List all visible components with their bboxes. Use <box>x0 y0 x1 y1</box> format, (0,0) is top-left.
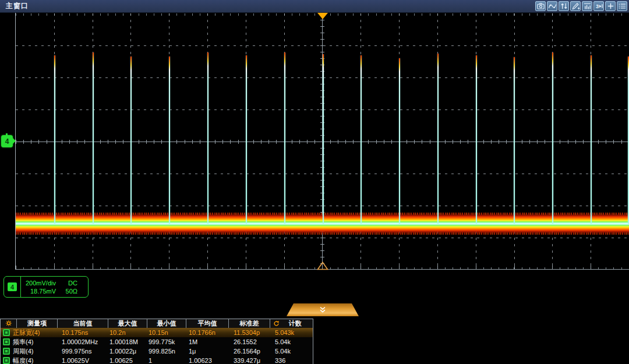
histogram-icon <box>583 2 592 10</box>
header-min: 最小值 <box>147 319 186 328</box>
measure-value-avg: 1M <box>186 337 229 347</box>
header-max: 最大值 <box>108 319 147 328</box>
measure-value-max: 1.00018M <box>108 337 147 347</box>
waveform-pulse <box>591 55 592 224</box>
measure-value-min: 10.15n <box>147 328 186 337</box>
panel-collapse-3-icon: 3 <box>595 2 603 10</box>
autoscale-button[interactable] <box>559 1 569 11</box>
channel-badge: 4 <box>8 282 17 291</box>
add-icon <box>606 2 615 10</box>
waveform-pulse <box>130 56 132 224</box>
gear-icon <box>5 320 12 328</box>
measure-value-count: 5.043k <box>270 328 313 337</box>
measurement-row[interactable]: 周期(4)999.975ns1.00022μ999.825n1μ26.1564p… <box>1 347 313 356</box>
measure-value-count: 5.04k <box>270 347 313 356</box>
measure-value-max: 1.00022μ <box>108 347 147 356</box>
measurement-row[interactable]: 幅度(4)1.00625V1.0062511.00623339.427μ336 <box>1 356 313 364</box>
waveform-pulse <box>514 57 515 224</box>
measure-type-icon <box>3 357 10 364</box>
measure-value-current: 1.00002MHz <box>58 337 108 347</box>
measure-value-count: 5.04k <box>270 337 313 347</box>
measure-type-icon <box>3 338 10 345</box>
measurement-row[interactable]: 频率(4)1.00002MHz1.00018M999.775k1M26.1552… <box>1 337 313 347</box>
header-std: 标准差 <box>229 319 270 328</box>
refresh-icon <box>273 320 280 327</box>
header-count: 计数 <box>280 319 313 328</box>
signal-curve-icon <box>548 2 557 10</box>
measurement-settings-cell[interactable] <box>1 319 17 328</box>
measure-value-std: 26.1552 <box>229 337 270 347</box>
measure-label-cell: 频率(4) <box>1 337 58 347</box>
trigger-position-marker[interactable] <box>317 13 328 19</box>
header-count-cell: 计数 <box>270 319 313 328</box>
measure-label-cell: 正脉宽(4) <box>1 328 58 337</box>
titlebar: 主窗口 <box>0 0 629 13</box>
camera-icon <box>536 2 545 10</box>
waveform-pulse <box>399 58 400 224</box>
header-current: 当前值 <box>58 319 108 328</box>
measure-value-max: 10.2n <box>108 328 147 337</box>
measure-label: 周期(4) <box>13 347 33 356</box>
waveform-pulse <box>169 56 170 224</box>
measure-value-avg: 10.1766n <box>186 328 229 337</box>
waveform-pulse <box>361 55 362 224</box>
measure-value-std: 339.427μ <box>229 356 270 364</box>
measurement-rows: 正脉宽(4)10.175ns10.2n10.15n10.1766n11.5304… <box>1 328 313 364</box>
measure-label-cell: 周期(4) <box>1 347 58 356</box>
measure-value-std: 26.1564p <box>229 347 270 356</box>
reset-statistics-button[interactable] <box>270 320 280 327</box>
measure-label: 正脉宽(4) <box>13 328 40 337</box>
measure-value-count: 336 <box>270 356 313 364</box>
measure-label-cell: 幅度(4) <box>1 356 58 364</box>
add-button[interactable] <box>605 1 616 11</box>
window-title: 主窗口 <box>0 1 29 11</box>
waveform-tool-button[interactable] <box>547 1 557 11</box>
measurement-table-header: 测量项 当前值 最大值 最小值 平均值 标准差 计数 <box>1 319 313 328</box>
channel-settings-text: 200mV/div DC 18.75mV 50Ω <box>21 277 88 297</box>
channel-impedance: 50Ω <box>66 288 83 295</box>
measurement-table: 测量项 当前值 最大值 最小值 平均值 标准差 计数 正脉宽(4)10.175n… <box>0 319 313 364</box>
baseline-noise-bottom <box>16 232 629 235</box>
histogram-button[interactable] <box>582 1 592 11</box>
measure-value-min: 1 <box>147 356 186 364</box>
header-avg: 平均值 <box>186 319 229 328</box>
measure-value-current: 999.975ns <box>58 347 108 356</box>
channel-coupling: DC <box>68 280 83 287</box>
measure-label: 幅度(4) <box>13 356 33 364</box>
measure-value-min: 999.825n <box>147 347 186 356</box>
toolbar: 3 <box>535 1 629 11</box>
measure-value-avg: 1μ <box>186 347 229 356</box>
channel-4-ground-marker[interactable]: 4 <box>1 135 13 147</box>
waveform-pulse <box>246 55 247 224</box>
panel-expand-collapse-button[interactable] <box>287 303 359 316</box>
measure-type-icon <box>3 329 10 336</box>
measurement-row[interactable]: 正脉宽(4)10.175ns10.2n10.15n10.1766n11.5304… <box>1 328 313 337</box>
trigger-position-marker-bottom[interactable] <box>317 261 328 273</box>
menu-button[interactable] <box>617 1 627 11</box>
channel-marker-label: 4 <box>5 137 9 146</box>
annotate-icon <box>571 2 580 10</box>
channel-badge-wrap: 4 <box>4 277 21 297</box>
waveform-pulse <box>323 54 324 224</box>
waveform-pulse <box>207 52 209 224</box>
waveform-pulse <box>284 52 285 224</box>
measure-type-icon <box>3 348 10 355</box>
channel-scale: 200mV/div <box>26 280 56 287</box>
scope-display: 4 <box>0 13 629 271</box>
waveform-pulse <box>54 55 55 224</box>
waveform-pulse <box>552 52 553 224</box>
menu-list-icon <box>618 2 627 10</box>
measure-value-current: 1.00625V <box>58 356 108 364</box>
double-chevron-down-icon <box>318 306 327 313</box>
channel-info-box[interactable]: 4 200mV/div DC 18.75mV 50Ω <box>3 276 89 298</box>
annotate-button[interactable] <box>570 1 581 11</box>
auto-arrows-icon <box>560 2 568 10</box>
waveform-pulse <box>437 54 439 224</box>
svg-text:3: 3 <box>595 3 598 9</box>
channel-offset: 18.75mV <box>26 288 56 295</box>
panel-collapse-button[interactable]: 3 <box>593 1 604 11</box>
measure-value-max: 1.00625 <box>108 356 147 364</box>
screenshot-button[interactable] <box>535 1 546 11</box>
measure-value-current: 10.175ns <box>58 328 108 337</box>
waveform-pulse <box>93 52 94 224</box>
